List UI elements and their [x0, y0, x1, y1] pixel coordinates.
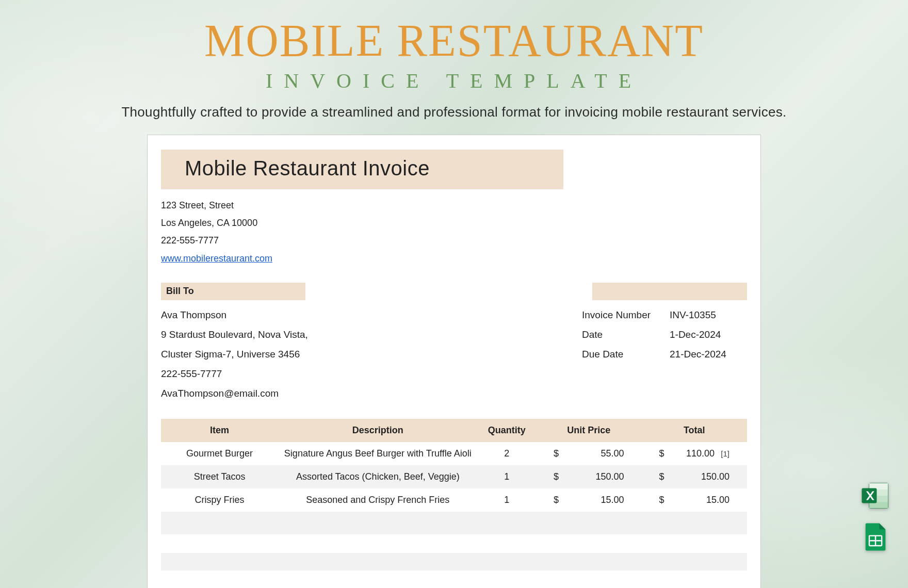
- bill-and-meta: Ava Thompson 9 Stardust Boulevard, Nova …: [161, 305, 747, 403]
- line-items-table: Item Description Quantity Unit Price Tot…: [161, 419, 747, 570]
- invoice-due-date-value: 21-Dec-2024: [670, 345, 747, 364]
- table-header-row: Item Description Quantity Unit Price Tot…: [161, 419, 747, 442]
- cell-quantity: 1: [477, 465, 536, 488]
- cell-item: Street Tacos: [161, 465, 278, 488]
- bill-to-name: Ava Thompson: [161, 305, 308, 325]
- cell-quantity: 1: [477, 488, 536, 512]
- cell-unit-price: $15.00: [536, 488, 641, 512]
- cell-item: Crispy Fries: [161, 488, 278, 512]
- cell-unit-price: $150.00: [536, 465, 641, 488]
- invoice-number-label: Invoice Number: [582, 305, 670, 325]
- table-row: Street TacosAssorted Tacos (Chicken, Bee…: [161, 465, 747, 488]
- excel-icon[interactable]: [861, 481, 890, 511]
- invoice-meta: Invoice Number INV-10355 Date 1-Dec-2024…: [582, 305, 747, 403]
- page-tagline: Thoughtfully crafted to provide a stream…: [0, 104, 908, 120]
- invoice-due-date-label: Due Date: [582, 345, 670, 364]
- table-row: Crispy FriesSeasoned and Crispy French F…: [161, 488, 747, 512]
- company-address-2: Los Angeles, CA 10000: [161, 214, 747, 232]
- bill-to-label: Bill To: [161, 283, 305, 300]
- svg-rect-5: [862, 488, 877, 503]
- cell-total: $150.00: [642, 465, 748, 488]
- col-total: Total: [642, 419, 748, 442]
- cell-description: Assorted Tacos (Chicken, Beef, Veggie): [278, 465, 477, 488]
- cell-total: $15.00: [642, 488, 748, 512]
- google-sheets-icon[interactable]: [861, 522, 890, 552]
- invoice-meta-band: [592, 283, 747, 300]
- bill-to-block: Ava Thompson 9 Stardust Boulevard, Nova …: [161, 305, 308, 403]
- company-phone: 222-555-7777: [161, 232, 747, 249]
- company-address-1: 123 Street, Street: [161, 197, 747, 214]
- bill-meta-header-row: Bill To: [161, 283, 747, 300]
- col-unit-price: Unit Price: [536, 419, 641, 442]
- export-format-icons: [861, 481, 890, 552]
- cell-unit-price: $55.00: [536, 442, 641, 465]
- invoice-date-value: 1-Dec-2024: [670, 325, 747, 345]
- table-row-empty: [161, 512, 747, 534]
- invoice-title: Mobile Restaurant Invoice: [171, 157, 430, 179]
- bill-to-address-2: Cluster Sigma-7, Universe 3456: [161, 345, 308, 364]
- company-website-link[interactable]: www.mobilerestaurant.com: [161, 253, 272, 264]
- table-row-empty: [161, 534, 747, 553]
- invoice-number-value: INV-10355: [670, 305, 747, 325]
- invoice-date-label: Date: [582, 325, 670, 345]
- table-row-empty: [161, 553, 747, 570]
- cell-quantity: 2: [477, 442, 536, 465]
- cell-total: $110.00 [1]: [642, 442, 748, 465]
- invoice-document: Mobile Restaurant Invoice 123 Street, St…: [147, 135, 761, 588]
- col-description: Description: [278, 419, 477, 442]
- invoice-title-band: Mobile Restaurant Invoice: [161, 150, 563, 189]
- col-quantity: Quantity: [477, 419, 536, 442]
- col-item: Item: [161, 419, 278, 442]
- company-info: 123 Street, Street Los Angeles, CA 10000…: [161, 197, 747, 267]
- bill-to-address-1: 9 Stardust Boulevard, Nova Vista,: [161, 325, 308, 345]
- bill-to-phone: 222-555-7777: [161, 364, 308, 384]
- table-row: Gourmet BurgerSignature Angus Beef Burge…: [161, 442, 747, 465]
- page-title: MOBILE RESTAURANT: [0, 14, 908, 67]
- cell-description: Signature Angus Beef Burger with Truffle…: [278, 442, 477, 465]
- bill-to-email: AvaThompson@email.com: [161, 384, 308, 403]
- page-subtitle: INVOICE TEMPLATE: [0, 69, 908, 93]
- cell-description: Seasoned and Crispy French Fries: [278, 488, 477, 512]
- cell-item: Gourmet Burger: [161, 442, 278, 465]
- page-header: MOBILE RESTAURANT INVOICE TEMPLATE Thoug…: [0, 0, 908, 120]
